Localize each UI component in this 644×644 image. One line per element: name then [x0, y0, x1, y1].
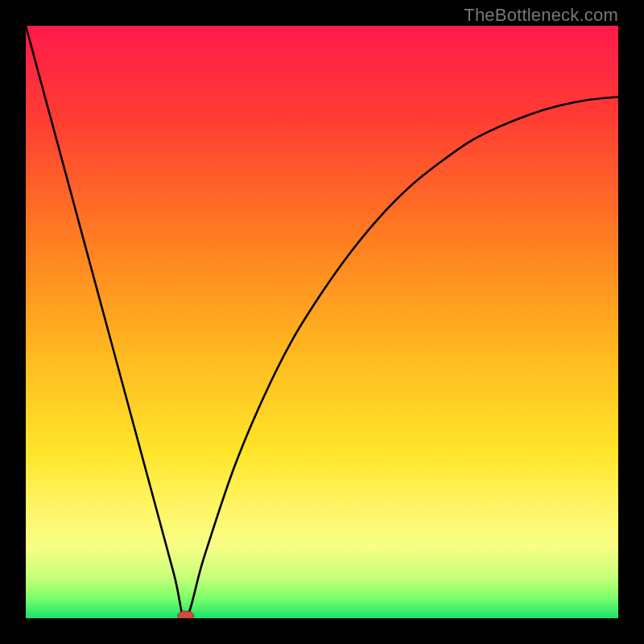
watermark-text: TheBottleneck.com [464, 5, 618, 26]
chart-frame: TheBottleneck.com [0, 0, 644, 644]
chart-svg [26, 26, 618, 618]
chart-plot-area [26, 26, 618, 618]
minimum-marker-icon [178, 611, 194, 618]
